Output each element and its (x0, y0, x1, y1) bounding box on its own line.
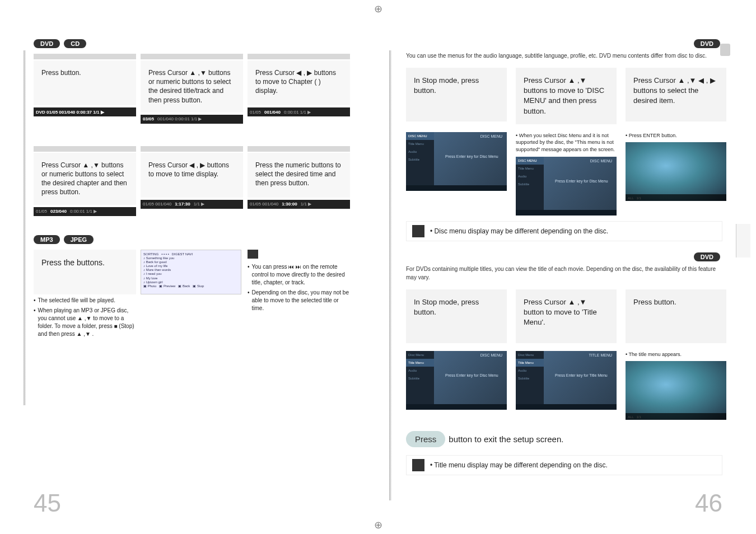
title-col-3b: • The title menu appears. ALL 1/1 (626, 348, 726, 420)
callout-icon (412, 225, 424, 237)
media-col-2: SORTING ▪ ▪ ▪ ▪ DIGEST NAVI ♪ Something … (141, 250, 243, 338)
cell-2-1: Press Cursor ▲ ,▼ buttons or numeric but… (34, 146, 136, 216)
instruction-grid-2: Press Cursor ▲ ,▼ buttons or numeric but… (34, 146, 350, 216)
exit-press-pill: Press (406, 431, 445, 447)
title-steps: In Stop mode, press button. Press Cursor… (406, 289, 722, 420)
tag-cd: CD (64, 39, 86, 48)
note-bullet-2: Depending on the disc, you may not be ab… (248, 289, 350, 312)
thumb-tab (720, 44, 730, 56)
disc-step-1: In Stop mode, press button. (406, 68, 507, 121)
tag-row-left: DVD CD (34, 39, 350, 48)
title-col-2b: Disc MenuTitle MenuAudioSubtitle Press E… (516, 348, 617, 410)
cell-head (248, 54, 350, 59)
tag-dvd-title: DVD (694, 252, 720, 261)
instruction-grid-1: Press button. DVD 01/05 001/040 0:00:37 … (34, 54, 350, 124)
osd-2-2: 01/05 001/040 1:17:30 1/1 ▶ (141, 200, 243, 209)
tag-mp3: MP3 (34, 235, 60, 244)
cell-head (141, 54, 243, 59)
osd-2-1: 01/05 023/040 0:00:01 1/1 ▶ (34, 207, 136, 216)
exit-row: Press button to exit the setup screen. (406, 431, 722, 447)
tag-row-title: DVD (406, 252, 722, 261)
title-playback-image: ALL 1/1 (626, 361, 726, 420)
cell-1-1: Press button. DVD 01/05 001/040 0:00:37 … (34, 54, 136, 124)
step-text: Press Cursor ▲ ,▼ buttons or numeric but… (141, 60, 243, 113)
disc-intro: You can use the menus for the audio lang… (406, 51, 722, 60)
disc-col-3b: • Press ENTER button. ALL 1/1 (626, 129, 726, 202)
step-text: Press button. (34, 60, 136, 105)
cell-head (34, 54, 136, 59)
page-number-right: 46 (695, 489, 722, 517)
disc-screen-1: DISC MENUTitle MenuAudioSubtitle Press E… (406, 132, 507, 191)
step-text: Press Cursor ◀ , ▶ buttons to move to Ch… (248, 60, 350, 105)
tag-dvd: DVD (34, 39, 60, 48)
media-col-3: You can press ⏮ ⏭ on the remote control … (248, 250, 350, 338)
page-number-left: 45 (34, 489, 61, 517)
media-row: Press the buttons. The selected file wil… (34, 250, 350, 338)
tag-row-disc: DVD (406, 39, 722, 48)
disc-callout-text: Disc menu display may be different depen… (435, 227, 609, 235)
media-bullet-2: When playing an MP3 or JPEG disc, you ca… (34, 307, 136, 338)
managed-screen-2: Disc MenuTitle MenuAudioSubtitle Press E… (516, 351, 617, 410)
title-col-1b: Disc MenuTitle MenuAudioSubtitle Press E… (406, 348, 507, 410)
media-step-text: Press the buttons. (34, 250, 136, 294)
cell-head (248, 146, 350, 152)
managed-screen-1: Disc MenuTitle MenuAudioSubtitle Press E… (406, 351, 507, 410)
mp3-screen-thumb: SORTING ▪ ▪ ▪ ▪ DIGEST NAVI ♪ Something … (141, 250, 241, 294)
exit-text: button to exit the setup screen. (449, 434, 563, 444)
title-callout: • Title menu display may be different de… (406, 455, 722, 475)
osd-1-3: 01/05 001/040 0:00:01 1/1 ▶ (248, 107, 350, 116)
title-step-3: Press button. (626, 289, 726, 343)
osd-1-2: 03/05 001/040 0:00:01 1/1 ▶ (141, 115, 243, 124)
cell-head (141, 146, 243, 152)
spread: DVD CD Press button. DVD 01/05 001/040 0… (0, 0, 756, 534)
cell-head (34, 146, 136, 152)
disc-callout: • Disc menu display may be different dep… (406, 221, 722, 241)
title-intro: For DVDs containing multiple titles, you… (406, 265, 722, 282)
media-bullet-1: The selected file will be played. (34, 297, 136, 305)
tag-dvd-disc: DVD (694, 39, 720, 48)
title-step-1: In Stop mode, press button. (406, 289, 507, 343)
cell-2-3: Press the numeric buttons to select the … (248, 146, 350, 216)
page-right: DVD You can use the menus for the audio … (378, 0, 756, 534)
title-callout-text: Title menu display may be different depe… (434, 461, 608, 469)
step-text: Press the numeric buttons to select the … (248, 153, 350, 198)
disc-playback-image: ALL 1/1 (626, 142, 726, 201)
media-col-1: Press the buttons. The selected file wil… (34, 250, 136, 338)
note-bullet-1: You can press ⏮ ⏭ on the remote control … (248, 263, 350, 287)
cell-1-3: Press Cursor ◀ , ▶ buttons to move to Ch… (248, 54, 350, 124)
osd-1-1: DVD 01/05 001/040 0:00:37 1/1 ▶ (34, 107, 136, 116)
cell-2-2: Press Cursor ◀ , ▶ buttons to move to ti… (141, 146, 243, 216)
disc-col-1b: DISC MENUTitle MenuAudioSubtitle Press E… (406, 129, 507, 191)
osd-2-3: 01/05 001/040 1:30:00 1/1 ▶ (248, 200, 350, 209)
disc-col-2b: • When you select Disc Menu and it is no… (516, 129, 617, 216)
note-label (248, 250, 258, 259)
cell-1-2: Press Cursor ▲ ,▼ buttons or numeric but… (141, 54, 243, 124)
step-text: Press Cursor ◀ , ▶ buttons to move to ti… (141, 153, 243, 198)
disc-steps: In Stop mode, press button. Press Cursor… (406, 68, 722, 216)
step-text: Press Cursor ▲ ,▼ buttons or numeric but… (34, 153, 136, 205)
tag-jpeg: JPEG (64, 235, 94, 244)
title-note-3: • The title menu appears. (626, 351, 726, 358)
callout-icon (412, 459, 424, 471)
disc-note-2: • When you select Disc Menu and it is no… (516, 132, 617, 153)
tag-row-media: MP3 JPEG (34, 235, 350, 244)
page-left: DVD CD Press button. DVD 01/05 001/040 0… (0, 0, 378, 534)
disc-screen-2: DISC MENUTitle MenuAudioSubtitle Press E… (516, 157, 617, 216)
title-step-2: Press Cursor ▲ ,▼ button to move to 'Tit… (516, 289, 617, 343)
disc-note-3: • Press ENTER button. (626, 132, 726, 139)
disc-step-3: Press Cursor ▲ ,▼ ◀ , ▶ buttons to selec… (626, 68, 726, 121)
disc-step-2: Press Cursor ▲ ,▼ buttons to move to 'DI… (516, 68, 617, 124)
